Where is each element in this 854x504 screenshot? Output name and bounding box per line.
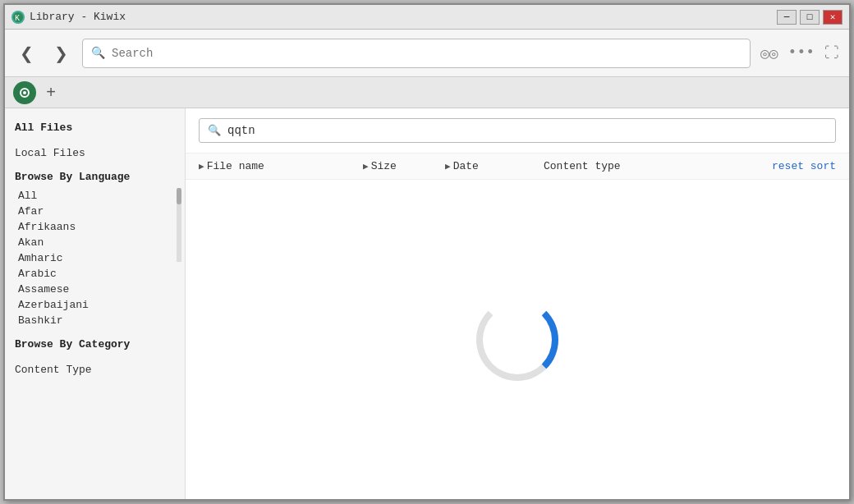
forward-button[interactable]: ❯ <box>48 40 74 66</box>
date-sort-arrow: ▶ <box>445 161 451 172</box>
browse-by-language-header: Browse By Language <box>15 171 175 183</box>
size-column-header[interactable]: ▶ Size <box>363 160 445 172</box>
lang-all[interactable]: All <box>18 188 175 204</box>
window-title: Library - Kiwix <box>30 11 772 23</box>
lang-akan[interactable]: Akan <box>18 235 175 250</box>
lang-afar[interactable]: Afar <box>18 204 175 219</box>
url-search-bar: 🔍 <box>82 39 751 68</box>
minimize-button[interactable]: ─ <box>777 10 797 25</box>
search-icon: 🔍 <box>91 46 105 60</box>
glasses-icon[interactable]: ◎◎ <box>759 43 780 64</box>
content-area: All Files Local Files Browse By Language… <box>5 108 849 499</box>
reset-sort-button[interactable]: reset sort <box>772 160 836 172</box>
lang-bashkir[interactable]: Bashkir <box>18 313 175 328</box>
loading-area <box>186 180 849 499</box>
lang-azerbaijani[interactable]: Azerbaijani <box>18 297 175 313</box>
lang-amharic[interactable]: Amharic <box>18 250 175 266</box>
back-button[interactable]: ❮ <box>13 40 39 66</box>
toolbar-icons: ◎◎ ••• ⛶ <box>759 43 841 64</box>
content-type-column-label: Content type <box>544 160 621 172</box>
size-column-label: Size <box>371 160 397 172</box>
close-button[interactable]: ✕ <box>823 10 843 25</box>
tab-bar: + <box>5 77 849 108</box>
app-window: K Library - Kiwix ─ □ ✕ ❮ ❯ 🔍 ◎◎ ••• ⛶ <box>3 3 851 501</box>
lang-afrikaans[interactable]: Afrikaans <box>18 219 175 235</box>
lang-assamese[interactable]: Assamese <box>18 282 175 297</box>
window-controls: ─ □ ✕ <box>777 10 843 25</box>
title-bar: K Library - Kiwix ─ □ ✕ <box>5 5 849 30</box>
svg-point-4 <box>23 91 26 94</box>
inner-search-icon: 🔍 <box>208 124 221 137</box>
columns-header: ▶ File name ▶ Size ▶ Date Content type r… <box>186 153 849 180</box>
dots-icon[interactable]: ••• <box>787 43 816 64</box>
browse-by-category-header: Browse By Category <box>15 338 175 351</box>
loading-spinner <box>476 299 558 381</box>
inner-search-bar[interactable]: 🔍 qqtn <box>199 118 836 143</box>
date-column-header[interactable]: ▶ Date <box>445 160 544 172</box>
app-icon: K <box>11 11 25 24</box>
add-tab-button[interactable]: + <box>41 83 61 103</box>
content-type-column-header: Content type <box>544 160 772 172</box>
local-files-link[interactable]: Local Files <box>15 145 175 161</box>
kiwix-tab-logo <box>13 81 36 104</box>
scrollbar-thumb <box>177 188 181 204</box>
toolbar: ❮ ❯ 🔍 ◎◎ ••• ⛶ <box>5 30 849 77</box>
date-column-label: Date <box>453 160 479 172</box>
filename-column-label: File name <box>207 160 264 172</box>
content-type-link[interactable]: Content Type <box>15 362 175 378</box>
language-list: All Afar Afrikaans Akan Amharic Arabic A… <box>15 188 175 328</box>
maximize-button[interactable]: □ <box>800 10 820 25</box>
all-files-link[interactable]: All Files <box>15 121 175 134</box>
search-query-value: qqtn <box>227 124 255 137</box>
language-scrollbar[interactable] <box>177 188 181 262</box>
lang-arabic[interactable]: Arabic <box>18 266 175 282</box>
filename-column-header[interactable]: ▶ File name <box>199 160 363 172</box>
filename-sort-arrow: ▶ <box>199 161 204 172</box>
main-panel: 🔍 qqtn ▶ File name ▶ Size ▶ Date <box>186 108 849 499</box>
search-panel: 🔍 qqtn <box>186 108 849 153</box>
search-input[interactable] <box>112 47 742 60</box>
size-sort-arrow: ▶ <box>363 161 369 172</box>
svg-text:K: K <box>15 14 20 23</box>
expand-icon[interactable]: ⛶ <box>823 43 841 64</box>
sidebar: All Files Local Files Browse By Language… <box>5 108 186 499</box>
